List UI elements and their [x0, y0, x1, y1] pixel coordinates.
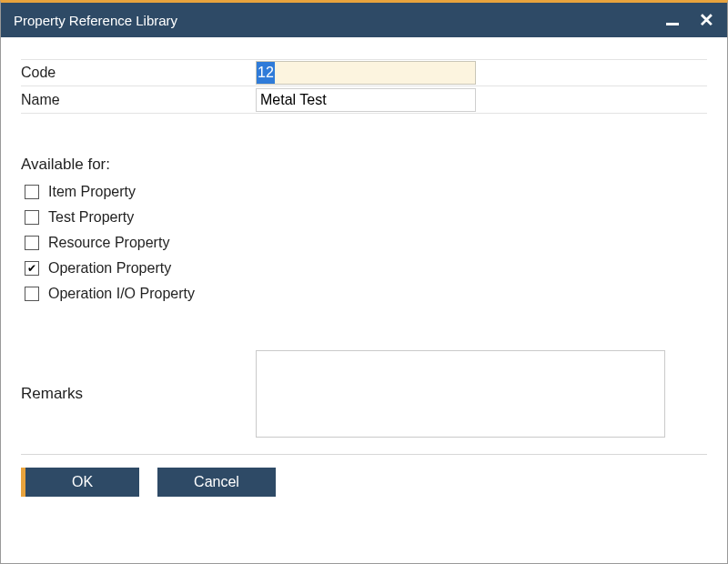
checkbox-test-property[interactable]	[25, 210, 39, 225]
titlebar[interactable]: Property Reference Library ✕	[1, 3, 727, 37]
checkbox-label-item-property: Item Property	[48, 184, 136, 200]
dialog-window: Property Reference Library ✕ Code 12 Nam…	[0, 0, 728, 564]
checkbox-label-operation-io-property: Operation I/O Property	[48, 286, 195, 302]
name-label: Name	[21, 92, 256, 108]
close-icon[interactable]: ✕	[699, 11, 714, 29]
checkbox-operation-property[interactable]	[25, 261, 39, 276]
checkbox-row-resource-property[interactable]: Resource Property	[21, 230, 707, 256]
checkbox-row-operation-property[interactable]: Operation Property	[21, 256, 707, 281]
checkbox-row-test-property[interactable]: Test Property	[21, 205, 707, 230]
code-input-value: 12	[257, 62, 275, 84]
checkbox-label-test-property: Test Property	[48, 209, 134, 226]
window-title: Property Reference Library	[14, 13, 177, 28]
code-input[interactable]: 12	[256, 61, 476, 85]
checkbox-row-item-property[interactable]: Item Property	[21, 179, 707, 205]
button-bar: OK Cancel	[21, 454, 707, 497]
available-for-heading: Available for:	[21, 156, 707, 174]
ok-button[interactable]: OK	[21, 468, 139, 497]
checkbox-label-resource-property: Resource Property	[48, 235, 169, 251]
code-label: Code	[21, 65, 256, 81]
name-row: Name	[21, 86, 707, 114]
remarks-row: Remarks	[21, 350, 707, 438]
cancel-button[interactable]: Cancel	[157, 468, 276, 497]
window-controls: ✕	[666, 11, 714, 29]
checkbox-resource-property[interactable]	[25, 236, 39, 250]
checkbox-row-operation-io-property[interactable]: Operation I/O Property	[21, 281, 707, 307]
checkbox-item-property[interactable]	[25, 185, 39, 199]
remarks-textarea[interactable]	[256, 350, 665, 438]
checkbox-label-operation-property: Operation Property	[48, 260, 171, 277]
remarks-label: Remarks	[21, 385, 256, 403]
name-input[interactable]	[256, 88, 476, 112]
checkbox-operation-io-property[interactable]	[25, 287, 39, 301]
minimize-icon[interactable]	[666, 23, 679, 25]
dialog-content: Code 12 Name Available for: Item Propert…	[1, 37, 727, 563]
code-row: Code 12	[21, 59, 707, 86]
